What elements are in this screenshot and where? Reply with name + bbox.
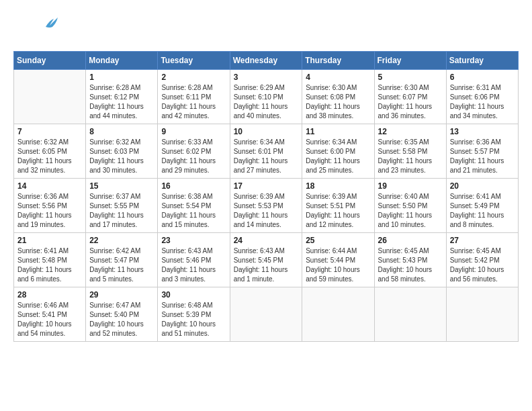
calendar-cell: 17Sunrise: 6:39 AM Sunset: 5:53 PM Dayli… <box>230 179 302 233</box>
day-info: Sunrise: 6:37 AM Sunset: 5:55 PM Dayligh… <box>89 192 154 230</box>
day-number: 30 <box>161 290 226 300</box>
day-info: Sunrise: 6:43 AM Sunset: 5:45 PM Dayligh… <box>234 246 299 284</box>
day-info: Sunrise: 6:48 AM Sunset: 5:39 PM Dayligh… <box>161 301 226 338</box>
day-number: 25 <box>306 236 370 245</box>
calendar-cell: 13Sunrise: 6:36 AM Sunset: 5:57 PM Dayli… <box>446 124 518 179</box>
calendar-cell: 24Sunrise: 6:43 AM Sunset: 5:45 PM Dayli… <box>230 233 302 287</box>
day-number: 23 <box>161 236 226 245</box>
day-number: 19 <box>378 181 443 191</box>
day-number: 26 <box>378 236 443 245</box>
day-number: 1 <box>89 73 154 82</box>
calendar-week-row: 1Sunrise: 6:28 AM Sunset: 6:12 PM Daylig… <box>14 70 519 124</box>
day-info: Sunrise: 6:44 AM Sunset: 5:44 PM Dayligh… <box>306 246 370 284</box>
day-info: Sunrise: 6:39 AM Sunset: 5:51 PM Dayligh… <box>306 192 370 230</box>
day-number: 9 <box>161 127 226 136</box>
calendar-cell: 3Sunrise: 6:29 AM Sunset: 6:10 PM Daylig… <box>230 70 302 124</box>
day-info: Sunrise: 6:32 AM Sunset: 6:05 PM Dayligh… <box>17 138 82 175</box>
day-number: 3 <box>234 73 299 82</box>
calendar-cell <box>302 287 374 342</box>
day-info: Sunrise: 6:35 AM Sunset: 5:58 PM Dayligh… <box>378 138 443 175</box>
calendar-cell: 30Sunrise: 6:48 AM Sunset: 5:39 PM Dayli… <box>158 287 230 342</box>
day-info: Sunrise: 6:34 AM Sunset: 6:01 PM Dayligh… <box>234 138 299 175</box>
day-number: 22 <box>89 236 154 245</box>
weekday-header: Monday <box>86 52 158 70</box>
calendar-cell: 7Sunrise: 6:32 AM Sunset: 6:05 PM Daylig… <box>14 124 86 179</box>
calendar-cell: 10Sunrise: 6:34 AM Sunset: 6:01 PM Dayli… <box>230 124 302 179</box>
day-info: Sunrise: 6:28 AM Sunset: 6:11 PM Dayligh… <box>161 83 226 121</box>
calendar-cell: 4Sunrise: 6:30 AM Sunset: 6:08 PM Daylig… <box>302 70 374 124</box>
day-info: Sunrise: 6:47 AM Sunset: 5:40 PM Dayligh… <box>89 301 154 338</box>
calendar-cell: 6Sunrise: 6:31 AM Sunset: 6:06 PM Daylig… <box>446 70 518 124</box>
calendar-cell: 23Sunrise: 6:43 AM Sunset: 5:46 PM Dayli… <box>158 233 230 287</box>
calendar-cell: 12Sunrise: 6:35 AM Sunset: 5:58 PM Dayli… <box>374 124 446 179</box>
calendar-header-row: SundayMondayTuesdayWednesdayThursdayFrid… <box>14 52 519 70</box>
calendar-cell: 2Sunrise: 6:28 AM Sunset: 6:11 PM Daylig… <box>158 70 230 124</box>
day-info: Sunrise: 6:45 AM Sunset: 5:43 PM Dayligh… <box>378 246 443 284</box>
day-number: 21 <box>17 236 82 245</box>
calendar-cell: 1Sunrise: 6:28 AM Sunset: 6:12 PM Daylig… <box>86 70 158 124</box>
day-number: 27 <box>450 236 515 245</box>
day-number: 17 <box>234 181 299 191</box>
calendar-table: SundayMondayTuesdayWednesdayThursdayFrid… <box>13 51 519 342</box>
day-number: 16 <box>161 181 226 191</box>
calendar-cell: 25Sunrise: 6:44 AM Sunset: 5:44 PM Dayli… <box>302 233 374 287</box>
calendar-cell: 28Sunrise: 6:46 AM Sunset: 5:41 PM Dayli… <box>14 287 86 342</box>
day-info: Sunrise: 6:39 AM Sunset: 5:53 PM Dayligh… <box>234 192 299 230</box>
day-info: Sunrise: 6:45 AM Sunset: 5:42 PM Dayligh… <box>450 246 515 284</box>
day-info: Sunrise: 6:33 AM Sunset: 6:02 PM Dayligh… <box>161 138 226 175</box>
calendar-cell: 21Sunrise: 6:41 AM Sunset: 5:48 PM Dayli… <box>14 233 86 287</box>
calendar-cell: 11Sunrise: 6:34 AM Sunset: 6:00 PM Dayli… <box>302 124 374 179</box>
weekday-header: Thursday <box>302 52 374 70</box>
day-info: Sunrise: 6:38 AM Sunset: 5:54 PM Dayligh… <box>161 192 226 230</box>
day-number: 5 <box>378 73 443 82</box>
calendar-cell: 20Sunrise: 6:41 AM Sunset: 5:49 PM Dayli… <box>446 179 518 233</box>
calendar-cell: 27Sunrise: 6:45 AM Sunset: 5:42 PM Dayli… <box>446 233 518 287</box>
calendar-week-row: 21Sunrise: 6:41 AM Sunset: 5:48 PM Dayli… <box>14 233 519 287</box>
calendar-cell: 26Sunrise: 6:45 AM Sunset: 5:43 PM Dayli… <box>374 233 446 287</box>
page-header <box>13 13 519 40</box>
day-info: Sunrise: 6:41 AM Sunset: 5:48 PM Dayligh… <box>17 246 82 284</box>
day-number: 13 <box>450 127 515 136</box>
calendar-cell <box>14 70 86 124</box>
day-info: Sunrise: 6:42 AM Sunset: 5:47 PM Dayligh… <box>89 246 154 284</box>
day-info: Sunrise: 6:41 AM Sunset: 5:49 PM Dayligh… <box>450 192 515 230</box>
day-number: 12 <box>378 127 443 136</box>
day-number: 7 <box>17 127 82 136</box>
logo-bird-icon <box>44 15 59 31</box>
calendar-cell <box>374 287 446 342</box>
day-info: Sunrise: 6:31 AM Sunset: 6:06 PM Dayligh… <box>450 83 515 121</box>
day-info: Sunrise: 6:28 AM Sunset: 6:12 PM Dayligh… <box>89 83 154 121</box>
day-info: Sunrise: 6:32 AM Sunset: 6:03 PM Dayligh… <box>89 138 154 175</box>
calendar-cell <box>230 287 302 342</box>
calendar-cell: 29Sunrise: 6:47 AM Sunset: 5:40 PM Dayli… <box>86 287 158 342</box>
day-number: 6 <box>450 73 515 82</box>
day-number: 28 <box>17 290 82 300</box>
day-info: Sunrise: 6:30 AM Sunset: 6:07 PM Dayligh… <box>378 83 443 121</box>
logo <box>13 13 46 40</box>
day-number: 11 <box>306 127 370 136</box>
day-info: Sunrise: 6:34 AM Sunset: 6:00 PM Dayligh… <box>306 138 370 175</box>
weekday-header: Friday <box>374 52 446 70</box>
weekday-header: Wednesday <box>230 52 302 70</box>
calendar-cell: 5Sunrise: 6:30 AM Sunset: 6:07 PM Daylig… <box>374 70 446 124</box>
day-number: 4 <box>306 73 370 82</box>
calendar-cell: 15Sunrise: 6:37 AM Sunset: 5:55 PM Dayli… <box>86 179 158 233</box>
day-number: 14 <box>17 181 82 191</box>
day-info: Sunrise: 6:46 AM Sunset: 5:41 PM Dayligh… <box>17 301 82 338</box>
weekday-header: Sunday <box>14 52 86 70</box>
day-info: Sunrise: 6:36 AM Sunset: 5:57 PM Dayligh… <box>450 138 515 175</box>
day-number: 20 <box>450 181 515 191</box>
day-info: Sunrise: 6:29 AM Sunset: 6:10 PM Dayligh… <box>234 83 299 121</box>
day-number: 15 <box>89 181 154 191</box>
weekday-header: Saturday <box>446 52 518 70</box>
calendar-week-row: 28Sunrise: 6:46 AM Sunset: 5:41 PM Dayli… <box>14 287 519 342</box>
day-number: 18 <box>306 181 370 191</box>
calendar-cell: 19Sunrise: 6:40 AM Sunset: 5:50 PM Dayli… <box>374 179 446 233</box>
day-info: Sunrise: 6:36 AM Sunset: 5:56 PM Dayligh… <box>17 192 82 230</box>
day-number: 10 <box>234 127 299 136</box>
day-info: Sunrise: 6:43 AM Sunset: 5:46 PM Dayligh… <box>161 246 226 284</box>
day-info: Sunrise: 6:30 AM Sunset: 6:08 PM Dayligh… <box>306 83 370 121</box>
day-info: Sunrise: 6:40 AM Sunset: 5:50 PM Dayligh… <box>378 192 443 230</box>
calendar-week-row: 7Sunrise: 6:32 AM Sunset: 6:05 PM Daylig… <box>14 124 519 179</box>
calendar-cell: 14Sunrise: 6:36 AM Sunset: 5:56 PM Dayli… <box>14 179 86 233</box>
